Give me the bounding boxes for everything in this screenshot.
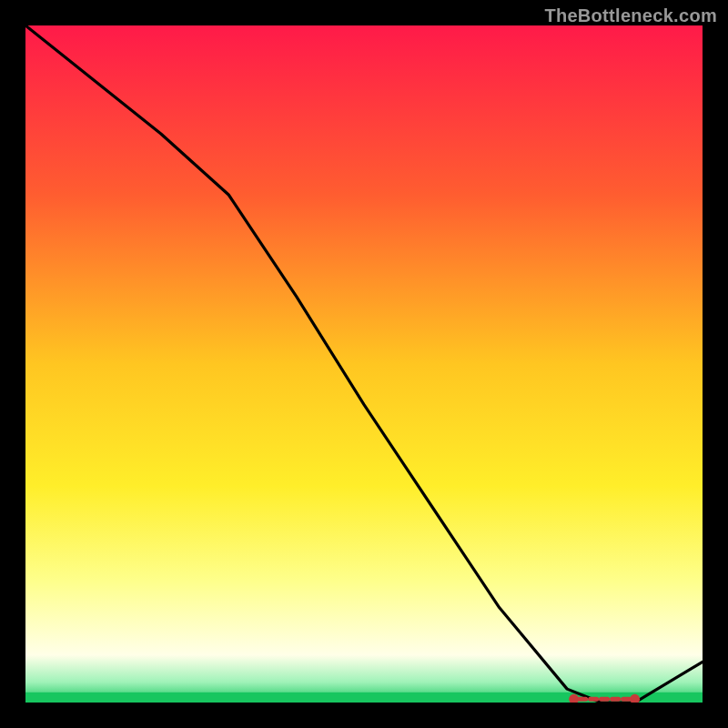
watermark-text: TheBottleneck.com (544, 5, 717, 26)
plot-area (25, 25, 703, 703)
chart-stage: TheBottleneck.com (0, 0, 728, 728)
gradient-background (25, 25, 703, 703)
chart-svg (25, 25, 703, 703)
